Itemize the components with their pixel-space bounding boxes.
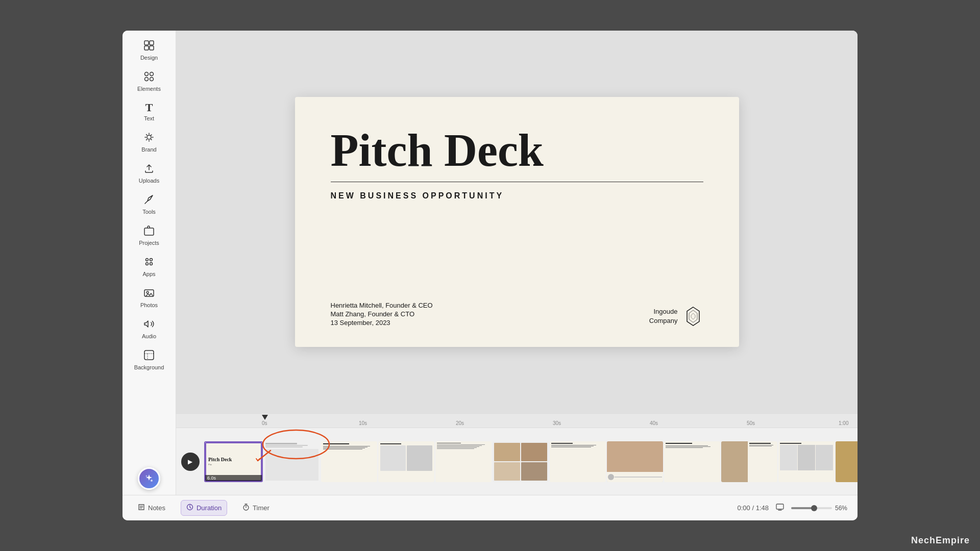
text-icon: T — [145, 102, 153, 113]
slides-strip: Pitch Deck Pite 6.0s — [204, 428, 857, 495]
slide-author-1: Henrietta Mitchell, Founder & CEO — [331, 302, 433, 309]
sidebar-item-label-tools: Tools — [142, 209, 156, 215]
sidebar-item-brand[interactable]: Brand — [129, 128, 169, 157]
watermark: NechEmpire — [911, 535, 970, 546]
sidebar-item-label-background: Background — [134, 364, 164, 370]
timeline-area: 0s 10s 20s 30s 40s 50s 1:00 ▶ — [176, 413, 857, 495]
playhead[interactable] — [262, 414, 268, 428]
tab-timer-label: Timer — [253, 504, 270, 512]
elements-icon — [143, 71, 155, 84]
background-icon — [143, 349, 155, 362]
slide-thumb-2[interactable] — [264, 441, 320, 482]
thumb-duration-1: 6.0s — [205, 475, 262, 481]
sidebar-item-elements[interactable]: Elements — [129, 67, 169, 96]
zoom-control[interactable]: 56% — [791, 505, 847, 512]
svg-rect-3 — [150, 46, 154, 50]
slide-thumb-3[interactable] — [321, 441, 377, 482]
slide-thumb-5[interactable] — [435, 441, 492, 482]
ruler-track: 0s 10s 20s 30s 40s 50s 1:00 — [262, 414, 857, 428]
timer-icon — [242, 504, 250, 512]
svg-point-15 — [146, 291, 149, 293]
timeline-ruler: 0s 10s 20s 30s 40s 50s 1:00 — [176, 414, 857, 428]
play-control: ▶ — [176, 428, 204, 495]
brand-icon — [143, 132, 155, 144]
slide-thumb-11[interactable] — [778, 441, 835, 482]
slide-authors: Henrietta Mitchell, Founder & CEO Matt Z… — [331, 302, 433, 327]
ruler-label-30s: 30s — [553, 420, 561, 426]
slide-content: Pitch Deck NEW BUSINESS OPPORTUNITY — [295, 97, 739, 231]
magic-button[interactable] — [138, 467, 160, 490]
sidebar-item-audio[interactable]: Audio — [129, 314, 169, 343]
slide-thumb-8[interactable] — [607, 441, 663, 482]
thumb-content-6 — [493, 441, 549, 482]
time-display: 0:00 / 1:48 — [738, 504, 769, 512]
tab-timer[interactable]: Timer — [237, 500, 275, 515]
sidebar-item-text[interactable]: T Text — [129, 98, 169, 126]
slide-thumb-9[interactable] — [664, 441, 720, 482]
apps-icon — [143, 256, 155, 269]
tab-notes[interactable]: Notes — [133, 500, 170, 515]
timeline-tracks: ▶ Pitch Deck Pite 6.0s — [176, 428, 857, 495]
slide-divider — [331, 182, 703, 182]
thumb-content-9 — [664, 441, 720, 482]
svg-point-4 — [145, 72, 149, 76]
svg-point-6 — [145, 78, 149, 81]
ruler-label-1m: 1:00 — [839, 420, 848, 426]
thumb-content-11 — [778, 441, 835, 482]
bottom-bar: Notes Duration — [122, 495, 857, 520]
svg-rect-1 — [150, 41, 154, 45]
slide-date: 13 September, 2023 — [331, 319, 433, 327]
sidebar-item-projects[interactable]: Projects — [129, 221, 169, 250]
thumb-content-10 — [721, 441, 777, 482]
slide-logo: IngoudeCompany — [649, 306, 703, 327]
thumb-subtitle-1: Pite — [208, 463, 212, 466]
slide-canvas: Pitch Deck NEW BUSINESS OPPORTUNITY Henr… — [176, 31, 857, 413]
sidebar-item-uploads[interactable]: Uploads — [129, 159, 169, 188]
play-button[interactable]: ▶ — [181, 453, 200, 471]
thumb-content-5 — [435, 441, 492, 482]
slide-thumb-4[interactable] — [378, 441, 434, 482]
ruler-label-20s: 20s — [456, 420, 464, 426]
logo-text: IngoudeCompany — [649, 307, 678, 325]
svg-point-11 — [150, 259, 153, 261]
slide-thumb-6[interactable] — [493, 441, 549, 482]
projects-icon — [143, 225, 155, 238]
slide-thumb-12[interactable] — [836, 441, 857, 482]
svg-rect-9 — [144, 228, 154, 235]
slide-thumb-7[interactable] — [550, 441, 606, 482]
svg-point-17 — [151, 480, 153, 482]
slide-preview[interactable]: Pitch Deck NEW BUSINESS OPPORTUNITY Henr… — [295, 97, 739, 347]
svg-rect-2 — [144, 46, 149, 50]
sidebar-item-photos[interactable]: Photos — [129, 283, 169, 312]
sidebar-item-label-text: Text — [144, 115, 154, 121]
app-window: Design Elements T Text — [122, 31, 857, 520]
tab-duration[interactable]: Duration — [181, 500, 227, 516]
svg-point-7 — [150, 78, 154, 81]
svg-rect-16 — [144, 350, 154, 360]
sidebar-item-background[interactable]: Background — [129, 345, 169, 374]
sidebar-item-label-apps: Apps — [142, 271, 155, 277]
zoom-slider[interactable] — [791, 507, 832, 509]
ruler-label-10s: 10s — [359, 420, 367, 426]
sidebar-item-label-uploads: Uploads — [139, 178, 159, 184]
svg-point-8 — [147, 135, 151, 139]
sidebar-item-apps[interactable]: Apps — [129, 252, 169, 281]
svg-point-12 — [146, 263, 149, 265]
slide-footer: Henrietta Mitchell, Founder & CEO Matt Z… — [331, 302, 703, 327]
slide-author-2: Matt Zhang, Founder & CTO — [331, 310, 433, 318]
sidebar-item-label-elements: Elements — [137, 86, 161, 92]
slide-thumb-10[interactable] — [721, 441, 777, 482]
sidebar-item-design[interactable]: Design — [129, 36, 169, 65]
slide-thumb-1[interactable]: Pitch Deck Pite 6.0s — [204, 441, 263, 482]
zoom-thumb[interactable] — [811, 505, 817, 511]
uploads-icon — [143, 163, 155, 176]
svg-rect-0 — [144, 41, 149, 45]
slide-subtitle: NEW BUSINESS OPPORTUNITY — [331, 191, 703, 201]
svg-point-5 — [150, 72, 154, 76]
photos-icon — [143, 287, 155, 300]
thumb-content-2 — [264, 441, 320, 482]
sidebar-item-tools[interactable]: Tools — [129, 190, 169, 219]
tab-duration-label: Duration — [197, 504, 222, 512]
svg-marker-21 — [691, 313, 695, 319]
ruler-label-40s: 40s — [650, 420, 658, 426]
